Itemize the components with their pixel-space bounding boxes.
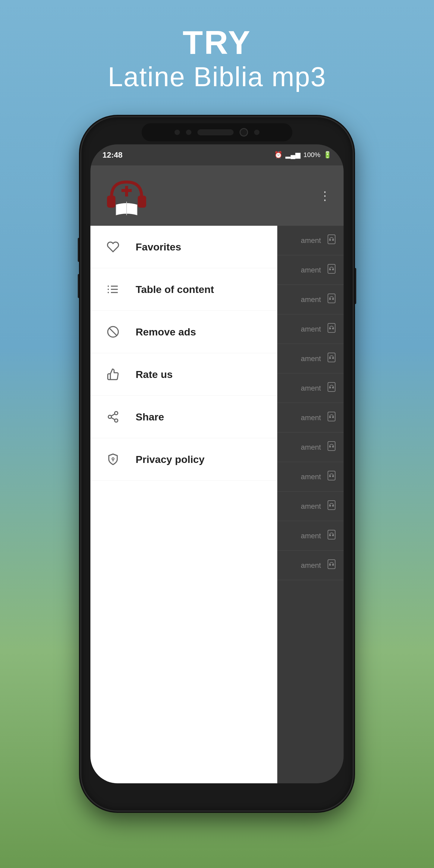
svg-point-24: [332, 505, 334, 507]
svg-point-28: [332, 564, 334, 566]
main-content: ament ament: [90, 226, 344, 783]
menu-item-remove-ads[interactable]: Remove ads: [90, 311, 277, 353]
svg-point-14: [332, 357, 334, 359]
earpiece: [197, 129, 234, 135]
thumbup-icon: [107, 368, 119, 381]
status-time: 12:48: [102, 150, 123, 160]
status-icons: ⏰ ▂▄▆ 100% 🔋: [274, 151, 332, 159]
menu-item-favorites[interactable]: Favorites: [90, 226, 277, 268]
book-audio-icon: [326, 292, 338, 307]
menu-item-table-of-content[interactable]: Table of content: [90, 268, 277, 311]
svg-point-13: [329, 357, 331, 359]
svg-point-25: [329, 534, 331, 536]
book-audio-icon: [326, 470, 338, 484]
share-label: Share: [135, 411, 164, 423]
rate-us-icon: [105, 367, 121, 382]
svg-point-27: [329, 564, 331, 566]
volume-down-button: [78, 274, 82, 298]
svg-point-17: [329, 416, 331, 418]
navigation-drawer: Favorites Table of conte: [90, 226, 277, 783]
front-sensor-3: [254, 130, 259, 135]
battery-icon: 🔋: [323, 151, 332, 159]
svg-point-6: [332, 239, 334, 241]
book-audio-icon: [326, 440, 338, 454]
front-sensor: [175, 130, 180, 135]
svg-point-9: [329, 298, 331, 300]
try-label: TRY: [108, 24, 326, 61]
heart-icon: [107, 241, 119, 253]
svg-line-41: [111, 414, 115, 416]
signal-bars-icon: ▂▄▆: [285, 151, 301, 159]
svg-line-40: [111, 418, 115, 420]
svg-point-11: [329, 328, 331, 330]
svg-point-12: [332, 328, 334, 330]
alarm-status-icon: ⏰: [274, 151, 282, 159]
svg-point-23: [329, 505, 331, 507]
front-camera: [240, 128, 248, 136]
share-icon: [105, 409, 121, 424]
table-of-content-icon: [105, 282, 121, 297]
phone-notch: [142, 123, 292, 141]
more-options-button[interactable]: ⋮: [319, 189, 332, 203]
status-bar: 12:48 ⏰ ▂▄▆ 100% 🔋: [90, 144, 344, 165]
favorites-label: Favorites: [135, 241, 181, 253]
share-nodes-icon: [107, 410, 119, 423]
svg-line-36: [110, 328, 117, 336]
svg-point-20: [332, 446, 334, 447]
volume-up-button: [78, 238, 82, 262]
battery-status: 100%: [304, 151, 320, 159]
svg-point-39: [115, 419, 118, 422]
menu-item-rate-us[interactable]: Rate us: [90, 353, 277, 396]
svg-point-38: [108, 415, 112, 418]
phone-mockup: 12:48 ⏰ ▂▄▆ 100% 🔋: [82, 117, 352, 810]
book-audio-icon: [326, 558, 338, 572]
block-icon: [107, 326, 119, 338]
svg-point-16: [332, 387, 334, 389]
phone-screen: 12:48 ⏰ ▂▄▆ 100% 🔋: [90, 144, 344, 783]
svg-point-5: [329, 239, 331, 241]
promo-header: TRY Latine Biblia mp3: [108, 24, 326, 93]
table-of-content-label: Table of content: [135, 284, 214, 296]
shield-icon: [107, 453, 119, 466]
front-sensor-2: [186, 130, 191, 135]
app-logo-icon: [102, 172, 151, 220]
svg-point-10: [332, 298, 334, 300]
rate-us-label: Rate us: [135, 369, 173, 380]
app-header: ⋮: [90, 165, 344, 226]
book-audio-icon: [326, 499, 338, 513]
book-audio-icon: [326, 410, 338, 425]
svg-point-21: [329, 475, 331, 477]
remove-ads-icon: [105, 324, 121, 339]
app-logo: [102, 172, 151, 220]
privacy-policy-icon: [105, 452, 121, 467]
svg-rect-1: [138, 195, 146, 208]
list-icon: [107, 283, 119, 296]
svg-point-18: [332, 416, 334, 418]
remove-ads-label: Remove ads: [135, 326, 196, 338]
book-audio-icon: [326, 381, 338, 395]
svg-point-26: [332, 534, 334, 536]
svg-point-8: [332, 269, 334, 270]
book-audio-icon: [326, 351, 338, 366]
svg-rect-3: [121, 189, 132, 192]
book-audio-icon: [326, 233, 338, 247]
book-audio-icon: [326, 529, 338, 543]
privacy-policy-label: Privacy policy: [135, 454, 205, 465]
favorites-icon: [105, 239, 121, 254]
app-name: Latine Biblia mp3: [108, 61, 326, 93]
power-button: [352, 268, 356, 304]
svg-point-42: [112, 458, 114, 460]
svg-rect-0: [107, 195, 116, 208]
svg-point-15: [329, 387, 331, 389]
menu-item-share[interactable]: Share: [90, 396, 277, 438]
svg-point-7: [329, 269, 331, 270]
book-audio-icon: [326, 263, 338, 277]
book-audio-icon: [326, 322, 338, 336]
svg-point-22: [332, 475, 334, 477]
svg-point-37: [115, 412, 118, 415]
svg-point-19: [329, 446, 331, 447]
menu-item-privacy-policy[interactable]: Privacy policy: [90, 438, 277, 481]
